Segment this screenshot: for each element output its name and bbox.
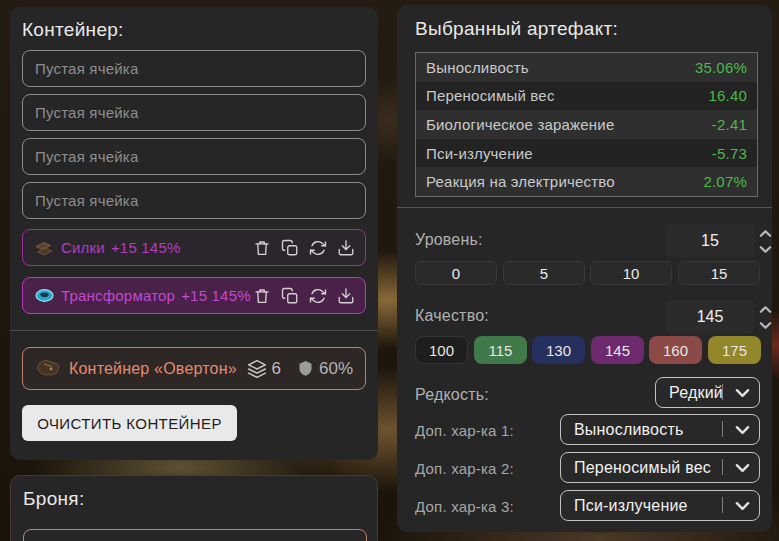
chevron-down-icon [734, 422, 750, 438]
selected-artifact-panel: Выбранный артефакт: Выносливость 35.06% … [397, 5, 772, 532]
container-panel-title: Контейнер: [22, 19, 124, 41]
delete-icon[interactable] [252, 238, 271, 257]
level-preset-5[interactable]: 5 [503, 261, 585, 285]
save-icon[interactable] [336, 286, 355, 305]
stat-row: Биологическое заражение -2.41 [416, 110, 757, 139]
artifact-name: Силки [61, 239, 105, 256]
extra-stat-2-select[interactable]: Переносимый вес [560, 452, 760, 483]
extra-stat-2-value: Переносимый вес [561, 459, 711, 477]
transformator-artifact-icon [31, 287, 57, 304]
quality-preset-130[interactable]: 130 [532, 336, 585, 364]
stat-label: Пси-излучение [426, 145, 533, 162]
chevron-down-icon [734, 460, 750, 476]
armor-item-row[interactable] [23, 529, 367, 541]
extra-stat-1-label: Доп. хар-ка 1: [415, 422, 514, 439]
reroll-icon[interactable] [308, 238, 327, 257]
quality-preset-175[interactable]: 175 [708, 336, 761, 364]
stat-row: Пси-излучение -5.73 [416, 139, 757, 168]
rarity-selected-value: Редкий [656, 384, 723, 402]
stat-row: Реакция на электричество 2.07% [416, 167, 757, 196]
container-slot-empty-3[interactable]: Пустая ячейка [22, 138, 366, 175]
armor-panel: Броня: [10, 475, 378, 541]
layers-icon [247, 359, 267, 379]
container-item-row[interactable]: Контейнер «Овертон» 6 60% [22, 347, 366, 390]
container-capacity: 6 [272, 359, 281, 379]
selected-artifact-title: Выбранный артефакт: [415, 18, 618, 40]
level-increment-icon[interactable] [758, 226, 772, 240]
extra-stat-2-label: Доп. хар-ка 2: [415, 460, 514, 477]
stat-value: -2.41 [712, 116, 747, 133]
stat-row: Выносливость 35.06% [416, 53, 757, 82]
quality-input[interactable]: 145 [665, 300, 755, 333]
chevron-down-icon [734, 385, 750, 401]
artifact-mod: +15 145% [111, 239, 181, 256]
extra-stat-3-value: Пси-излучение [561, 497, 688, 515]
artifact-stats-table: Выносливость 35.06% Переносимый вес 16.4… [415, 52, 758, 197]
stat-row: Переносимый вес 16.40 [416, 82, 757, 111]
extra-stat-3-label: Доп. хар-ка 3: [415, 498, 514, 515]
armor-panel-title: Броня: [23, 488, 84, 510]
stat-label: Выносливость [426, 59, 529, 76]
divider [722, 459, 723, 475]
chevron-down-icon [734, 498, 750, 514]
stat-label: Реакция на электричество [426, 173, 615, 190]
quality-decrement-icon[interactable] [758, 318, 772, 332]
level-preset-15[interactable]: 15 [678, 261, 760, 285]
quality-preset-100[interactable]: 100 [415, 336, 468, 364]
divider [722, 384, 723, 400]
extra-stat-1-select[interactable]: Выносливость [560, 414, 760, 445]
rarity-select[interactable]: Редкий [655, 377, 760, 408]
container-panel: Контейнер: Пустая ячейка Пустая ячейка П… [10, 7, 378, 460]
divider [10, 330, 378, 331]
container-protection: 60% [319, 359, 353, 379]
extra-stat-3-select[interactable]: Пси-излучение [560, 490, 760, 521]
artifact-slot-transformator[interactable]: Трансформатор +15 145% [22, 277, 366, 314]
divider [397, 207, 772, 208]
artifact-slot-silki[interactable]: Силки +15 145% [22, 229, 366, 266]
level-preset-10[interactable]: 10 [590, 261, 672, 285]
quality-preset-145[interactable]: 145 [591, 336, 644, 364]
container-slot-empty-1[interactable]: Пустая ячейка [22, 50, 366, 87]
stat-value: -5.73 [712, 145, 747, 162]
stat-label: Переносимый вес [426, 87, 555, 104]
level-decrement-icon[interactable] [758, 242, 772, 256]
container-slot-empty-4[interactable]: Пустая ячейка [22, 182, 366, 219]
stat-value: 35.06% [695, 59, 747, 76]
shield-icon [297, 359, 314, 378]
level-preset-0[interactable]: 0 [415, 261, 497, 285]
level-input[interactable]: 15 [665, 224, 755, 257]
reroll-icon[interactable] [308, 286, 327, 305]
container-slot-empty-2[interactable]: Пустая ячейка [22, 94, 366, 131]
copy-icon[interactable] [280, 238, 299, 257]
artifact-mod: +15 145% [181, 287, 251, 304]
copy-icon[interactable] [280, 286, 299, 305]
level-label: Уровень: [415, 231, 483, 249]
container-item-icon [33, 358, 63, 379]
clear-container-button[interactable]: ОЧИСТИТЬ КОНТЕЙНЕР [22, 405, 237, 441]
stat-label: Биологическое заражение [426, 116, 614, 133]
stat-value: 2.07% [703, 173, 747, 190]
save-icon[interactable] [336, 238, 355, 257]
quality-label: Качество: [415, 307, 489, 325]
quality-increment-icon[interactable] [758, 302, 772, 316]
quality-preset-115[interactable]: 115 [474, 336, 527, 364]
divider [722, 497, 723, 513]
quality-preset-160[interactable]: 160 [649, 336, 702, 364]
extra-stat-1-value: Выносливость [561, 421, 683, 439]
delete-icon[interactable] [252, 286, 271, 305]
rarity-label: Редкость: [415, 386, 489, 404]
container-item-name: Контейнер «Овертон» [69, 360, 237, 378]
divider [722, 421, 723, 437]
stat-value: 16.40 [708, 87, 747, 104]
artifact-name: Трансформатор [61, 287, 175, 304]
silki-artifact-icon [31, 239, 57, 257]
